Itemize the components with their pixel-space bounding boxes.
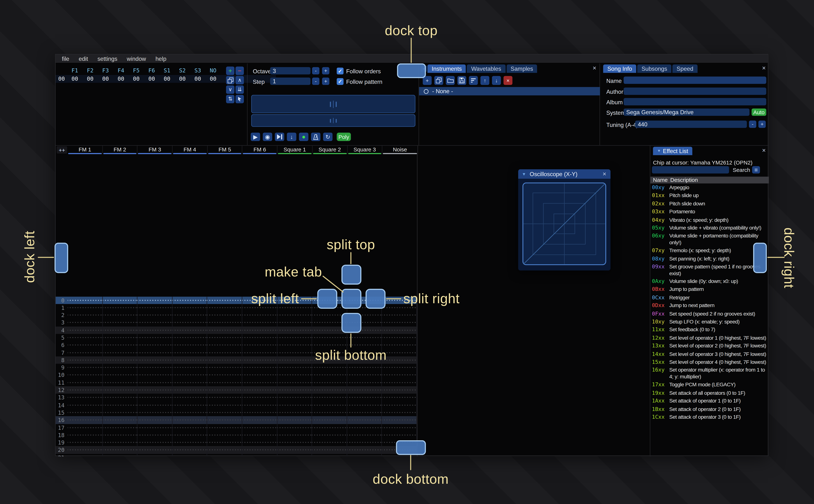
metronome-button[interactable] bbox=[311, 133, 320, 141]
pattern-cell[interactable] bbox=[103, 356, 138, 364]
dock-left-target[interactable] bbox=[55, 243, 68, 273]
menu-item[interactable]: edit bbox=[74, 54, 93, 63]
effect-list-row[interactable]: 04xy Vibrato (x: speed; y: depth) bbox=[652, 217, 768, 223]
pattern-cell[interactable] bbox=[347, 394, 382, 401]
pattern-cell[interactable] bbox=[103, 379, 138, 386]
pattern-row[interactable]: 21 bbox=[56, 454, 417, 456]
order-row-index[interactable]: 00 bbox=[58, 76, 65, 82]
effect-list-row[interactable]: 1Bxx Set attack of operator 2 (0 to 1F) bbox=[652, 406, 768, 413]
pattern-cell[interactable] bbox=[242, 446, 277, 454]
pattern-cell[interactable] bbox=[137, 334, 172, 341]
menu-item[interactable]: help bbox=[151, 54, 171, 63]
pattern-row[interactable]: 19 bbox=[56, 439, 417, 446]
pattern-cell[interactable] bbox=[242, 401, 277, 409]
pattern-cell[interactable] bbox=[347, 454, 382, 456]
pattern-cell[interactable] bbox=[277, 326, 312, 334]
order-cell[interactable]: 00 bbox=[67, 76, 82, 82]
pattern-row[interactable]: 5 bbox=[56, 334, 417, 341]
pattern-cell[interactable] bbox=[312, 416, 347, 424]
instrument-save-button[interactable] bbox=[457, 76, 466, 85]
pattern-cell[interactable] bbox=[312, 394, 347, 401]
instrument-list-item[interactable]: - None - bbox=[419, 87, 600, 95]
pattern-cell[interactable] bbox=[277, 401, 312, 409]
play-from-cursor-button[interactable] bbox=[275, 133, 284, 141]
pattern-cell[interactable] bbox=[68, 334, 103, 341]
pattern-row[interactable]: 13 bbox=[56, 394, 417, 401]
channel-header[interactable]: FM 6 bbox=[242, 146, 277, 154]
pattern-cell[interactable] bbox=[347, 424, 382, 431]
pattern-cell[interactable] bbox=[103, 386, 138, 394]
step-decrease-button[interactable]: - bbox=[312, 78, 319, 85]
order-add-button[interactable]: + bbox=[226, 67, 234, 75]
channel-header[interactable]: Square 2 bbox=[312, 146, 347, 154]
pattern-cell[interactable] bbox=[347, 401, 382, 409]
order-move-down-button[interactable]: ∨ bbox=[226, 85, 234, 94]
pattern-cell[interactable] bbox=[68, 296, 103, 304]
pattern-cell[interactable] bbox=[172, 319, 207, 326]
pattern-cell[interactable] bbox=[68, 454, 103, 456]
pattern-cell[interactable] bbox=[68, 356, 103, 364]
pattern-cell[interactable] bbox=[103, 394, 138, 401]
pattern-cell[interactable] bbox=[68, 394, 103, 401]
pattern-cell[interactable] bbox=[382, 394, 417, 401]
pattern-cell[interactable] bbox=[103, 424, 138, 431]
pattern-cell[interactable] bbox=[382, 401, 417, 409]
pattern-cell[interactable] bbox=[172, 349, 207, 356]
pattern-cell[interactable] bbox=[382, 356, 417, 364]
pattern-cell[interactable] bbox=[277, 319, 312, 326]
pattern-cell[interactable] bbox=[347, 386, 382, 394]
effect-list-row[interactable]: 0Cxx Retrigger bbox=[652, 295, 768, 301]
pattern-cell[interactable] bbox=[207, 371, 242, 379]
pattern-cell[interactable] bbox=[382, 326, 417, 334]
order-change-mode-button[interactable]: ⇅ bbox=[226, 95, 234, 103]
order-duplicate-end-button[interactable]: ⇊ bbox=[235, 85, 244, 94]
order-cell[interactable]: 00 bbox=[175, 76, 190, 82]
pattern-cell[interactable] bbox=[137, 401, 172, 409]
collapse-arrow-icon[interactable]: ▼ bbox=[522, 172, 526, 176]
pattern-cell[interactable] bbox=[172, 379, 207, 386]
pattern-cell[interactable] bbox=[242, 379, 277, 386]
pattern-row[interactable]: 17 bbox=[56, 424, 417, 431]
order-cell[interactable]: 00 bbox=[98, 76, 113, 82]
pattern-cell[interactable] bbox=[68, 371, 103, 379]
pattern-cell[interactable] bbox=[277, 386, 312, 394]
order-cell[interactable]: 00 bbox=[190, 76, 205, 82]
pattern-row[interactable]: 10 bbox=[56, 371, 417, 379]
octave-increase-button[interactable]: + bbox=[322, 67, 329, 74]
split-left-target[interactable] bbox=[317, 289, 337, 309]
pattern-cell[interactable] bbox=[277, 356, 312, 364]
pattern-cell[interactable] bbox=[277, 454, 312, 456]
pattern-cell[interactable] bbox=[68, 409, 103, 416]
pattern-cell[interactable] bbox=[242, 371, 277, 379]
pattern-cell[interactable] bbox=[68, 311, 103, 319]
effect-list-row[interactable]: 06xy Volume slide + portamento (compatib… bbox=[652, 233, 768, 246]
pattern-cell[interactable] bbox=[103, 349, 138, 356]
pattern-cell[interactable] bbox=[68, 364, 103, 371]
effect-list-row[interactable]: 09xx Set groove pattern (speed 1 if no g… bbox=[652, 264, 768, 277]
pattern-cell[interactable] bbox=[207, 401, 242, 409]
pattern-cell[interactable] bbox=[137, 394, 172, 401]
order-cell[interactable]: 00 bbox=[205, 76, 221, 82]
effect-list-row[interactable]: 0Fxx Set speed (speed 2 if no grooves ex… bbox=[652, 311, 768, 317]
pattern-row[interactable]: 14 bbox=[56, 401, 417, 409]
pattern-cell[interactable] bbox=[68, 304, 103, 312]
pattern-cell[interactable] bbox=[277, 371, 312, 379]
pattern-cell[interactable] bbox=[207, 334, 242, 341]
pattern-cell[interactable] bbox=[207, 349, 242, 356]
effect-list-row[interactable]: 01xx Pitch slide up bbox=[652, 193, 768, 199]
channel-header[interactable]: FM 5 bbox=[207, 146, 242, 154]
pattern-cell[interactable] bbox=[207, 431, 242, 439]
pattern-cell[interactable] bbox=[137, 319, 172, 326]
dock-bottom-target[interactable] bbox=[396, 440, 426, 455]
effect-list-row[interactable]: 13xx Set level of operator 2 (0 highest,… bbox=[652, 343, 768, 349]
effect-list-row[interactable]: 03xx Portamento bbox=[652, 209, 768, 215]
effect-search-input[interactable] bbox=[652, 166, 729, 174]
order-duplicate-button[interactable] bbox=[226, 76, 234, 85]
pattern-cell[interactable] bbox=[242, 439, 277, 446]
pattern-cell[interactable] bbox=[382, 424, 417, 431]
pattern-cell[interactable] bbox=[137, 386, 172, 394]
effect-list-row[interactable]: 15xx Set level of operator 4 (0 highest,… bbox=[652, 359, 768, 366]
pattern-cell[interactable] bbox=[347, 439, 382, 446]
pattern-cell[interactable] bbox=[312, 379, 347, 386]
pattern-row[interactable]: 18 bbox=[56, 431, 417, 439]
